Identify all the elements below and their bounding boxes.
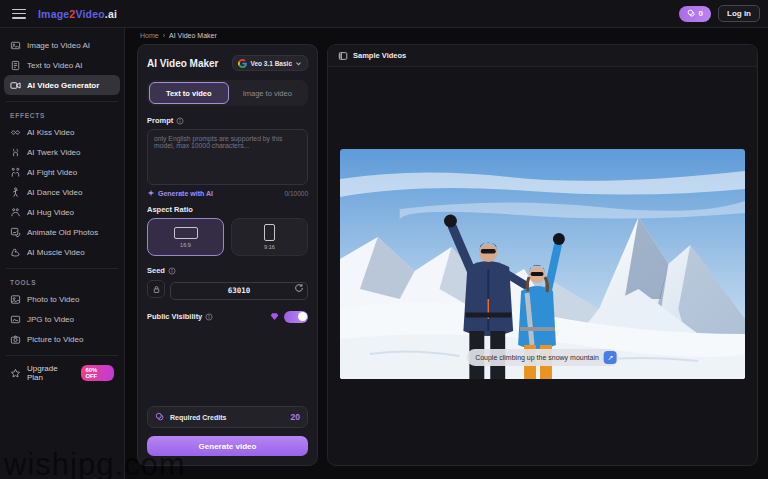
sidebar-item-label: AI Hug Video <box>27 208 74 217</box>
sidebar-section-tools: TOOLS <box>4 275 120 289</box>
video-caption-pill: Couple climbing up the snowy mountain ↗ <box>466 349 619 366</box>
sidebar-item-label: Text to Video AI <box>27 61 82 70</box>
sidebar-item-label: AI Kiss Video <box>27 128 74 137</box>
char-counter: 0/10000 <box>285 190 309 197</box>
credits-balance-value: 0 <box>699 9 703 18</box>
ai-video-maker-panel: AI Video Maker Veo 3.1 Basic Text to vid… <box>137 44 318 466</box>
aspect-option-9-16[interactable]: 9:16 <box>231 218 308 256</box>
video-camera-icon <box>10 80 21 91</box>
film-icon <box>338 51 348 61</box>
sidebar-item-image-to-video[interactable]: Image to Video AI <box>4 35 120 55</box>
sidebar-item-picture-to-video[interactable]: Picture to Video <box>4 329 120 349</box>
info-icon <box>176 117 184 125</box>
prompt-input[interactable] <box>147 129 308 185</box>
sidebar-item-label: Animate Old Photos <box>27 228 98 237</box>
kiss-lips-icon <box>10 127 21 138</box>
logo-part: .ai <box>105 8 117 20</box>
required-credits-box: Required Credits 20 <box>147 406 308 428</box>
divider <box>6 355 118 356</box>
divider <box>6 101 118 102</box>
breadcrumb: Home › AI Video Maker <box>140 32 217 39</box>
public-visibility-toggle[interactable] <box>284 311 308 323</box>
sidebar-item-label: AI Video Generator <box>27 81 99 90</box>
landscape-shape-icon <box>174 227 198 239</box>
required-credits-label: Required Credits <box>170 414 226 421</box>
sidebar-item-ai-hug-video[interactable]: AI Hug Video <box>4 202 120 222</box>
model-name: Veo 3.1 Basic <box>250 60 292 67</box>
document-icon <box>10 60 21 71</box>
info-icon <box>205 313 213 321</box>
hamburger-menu-icon[interactable] <box>12 9 26 19</box>
sample-videos-title: Sample Videos <box>353 51 406 60</box>
sidebar-item-label: Picture to Video <box>27 335 83 344</box>
tab-image-to-video[interactable]: Image to video <box>229 82 307 104</box>
sidebar-item-label: AI Muscle Video <box>27 248 85 257</box>
mountain-couple-photo <box>340 149 745 379</box>
prompt-label: Prompt <box>147 116 173 125</box>
divider <box>6 268 118 269</box>
sidebar-item-ai-muscle-video[interactable]: AI Muscle Video <box>4 242 120 262</box>
camera-icon <box>10 334 21 345</box>
public-visibility-label: Public Visibility <box>147 312 202 321</box>
muscle-arm-icon <box>10 247 21 258</box>
generate-with-ai-button[interactable]: Generate with AI <box>147 189 213 197</box>
sidebar-item-ai-fight-video[interactable]: AI Fight Video <box>4 162 120 182</box>
sidebar-item-animate-old-photos[interactable]: Animate Old Photos <box>4 222 120 242</box>
seed-lock-button[interactable] <box>147 280 165 298</box>
required-credits-value: 20 <box>291 412 300 422</box>
generate-video-button[interactable]: Generate video <box>147 436 308 456</box>
sidebar-item-photo-to-video[interactable]: Photo to Video <box>4 289 120 309</box>
top-header: Image2Video.ai 0 Log in <box>0 0 768 28</box>
sidebar-item-ai-dance-video[interactable]: AI Dance Video <box>4 182 120 202</box>
sidebar-item-text-to-video[interactable]: Text to Video AI <box>4 55 120 75</box>
hug-icon <box>10 207 21 218</box>
coins-icon <box>687 9 696 18</box>
sample-videos-panel: Sample Videos <box>327 44 758 466</box>
sidebar-item-ai-video-generator[interactable]: AI Video Generator <box>4 75 120 95</box>
photo-icon <box>10 294 21 305</box>
refresh-seed-icon[interactable] <box>294 283 304 293</box>
star-icon <box>10 368 21 379</box>
info-icon <box>168 267 176 275</box>
logo-part: Image <box>38 8 69 20</box>
gem-icon <box>270 312 279 321</box>
sidebar-item-label: AI Fight Video <box>27 168 77 177</box>
aspect-ratio-label: Aspect Ratio <box>147 205 193 214</box>
model-selector-dropdown[interactable]: Veo 3.1 Basic <box>232 55 308 71</box>
lock-icon <box>152 285 161 294</box>
tab-text-to-video[interactable]: Text to video <box>149 82 229 104</box>
sidebar-item-ai-twerk-video[interactable]: AI Twerk Video <box>4 142 120 162</box>
dance-icon <box>10 187 21 198</box>
app-logo[interactable]: Image2Video.ai <box>38 8 117 20</box>
sparkle-icon <box>147 189 155 197</box>
coins-icon <box>155 412 165 422</box>
chevron-down-icon <box>295 60 302 67</box>
breadcrumb-current: AI Video Maker <box>169 32 217 39</box>
seed-input[interactable] <box>170 282 308 300</box>
fight-icon <box>10 167 21 178</box>
sidebar-item-label: AI Dance Video <box>27 188 82 197</box>
image-icon <box>10 40 21 51</box>
breadcrumb-home[interactable]: Home <box>140 32 159 39</box>
aspect-option-label: 16:9 <box>180 242 191 248</box>
sample-video-player[interactable]: Couple climbing up the snowy mountain ↗ <box>340 149 745 379</box>
aspect-option-16-9[interactable]: 16:9 <box>147 218 224 256</box>
sidebar-item-jpg-to-video[interactable]: JPG to Video <box>4 309 120 329</box>
sidebar-item-ai-kiss-video[interactable]: AI Kiss Video <box>4 122 120 142</box>
generate-with-ai-label: Generate with AI <box>158 190 213 197</box>
seed-label: Seed <box>147 266 165 275</box>
jpg-file-icon <box>10 314 21 325</box>
sidebar-item-label: AI Twerk Video <box>27 148 81 157</box>
login-button[interactable]: Log in <box>718 5 760 22</box>
use-prompt-button[interactable]: ↗ <box>604 351 617 364</box>
breadcrumb-separator: › <box>163 32 165 39</box>
sidebar-section-effects: EFFECTS <box>4 108 120 122</box>
sidebar-item-label: JPG to Video <box>27 315 74 324</box>
main-content: Home › AI Video Maker AI Video Maker Veo… <box>126 28 768 479</box>
credits-balance-pill[interactable]: 0 <box>679 6 711 22</box>
sidebar-item-label: Photo to Video <box>27 295 79 304</box>
twerk-dancer-icon <box>10 147 21 158</box>
upgrade-plan-button[interactable]: Upgrade Plan 60% OFF <box>4 362 120 384</box>
animate-photo-icon <box>10 227 21 238</box>
video-caption-text: Couple climbing up the snowy mountain <box>475 354 599 361</box>
